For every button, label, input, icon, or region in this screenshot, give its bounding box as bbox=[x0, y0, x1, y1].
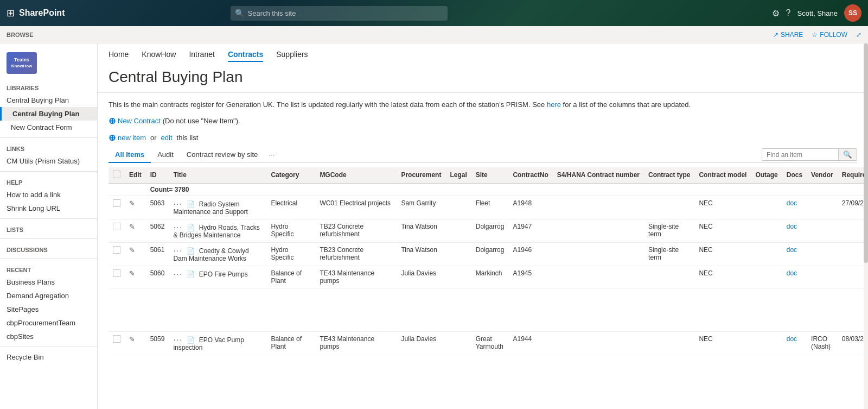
edit-list-link[interactable]: edit bbox=[161, 134, 173, 142]
row-docs[interactable]: doc bbox=[782, 266, 807, 288]
find-item-button[interactable]: 🔍 bbox=[838, 149, 857, 160]
share-button[interactable]: ↗ SHARE bbox=[773, 31, 803, 39]
header-s4hana[interactable]: S4/HANA Contract number bbox=[553, 167, 644, 184]
table-header-row: Edit ID Title Category MGCode Procuremen… bbox=[108, 167, 868, 184]
sidebar-item-cm-utils[interactable]: CM Utils (Prism Status) bbox=[0, 154, 97, 168]
waffle-icon[interactable]: ⊞ bbox=[7, 7, 15, 19]
sidebar-item-central-buying-plan-lib[interactable]: Central Buying Plan bbox=[0, 93, 97, 107]
new-contract-note: (Do not use "New Item"). bbox=[163, 117, 240, 125]
sidebar-item-how-to-add-link[interactable]: How to add a link bbox=[0, 188, 97, 202]
table-row: ✎ 5059 ··· 📄 EPO Vac Pump inspection Bal… bbox=[108, 331, 868, 355]
sidebar-item-central-buying-plan-active[interactable]: Central Buying Plan bbox=[0, 107, 97, 121]
user-avatar[interactable]: SS bbox=[844, 4, 861, 22]
follow-button[interactable]: ☆ FOLLOW bbox=[812, 31, 847, 39]
row-s4hana bbox=[553, 266, 644, 288]
new-contract-link[interactable]: ⊕ New Contract (Do not use "New Item"). bbox=[108, 116, 857, 126]
row-actions[interactable]: ··· bbox=[173, 199, 183, 208]
row-procurement: Julia Davies bbox=[397, 266, 445, 288]
row-docs[interactable]: doc bbox=[782, 196, 807, 219]
row-checkbox[interactable] bbox=[108, 196, 125, 219]
site-nav-suppliers[interactable]: Suppliers bbox=[276, 50, 308, 62]
header-checkbox bbox=[108, 167, 125, 184]
sidebar-item-demand-agregation[interactable]: Demand Agregation bbox=[0, 289, 97, 303]
header-mgcode[interactable]: MGCode bbox=[315, 167, 397, 184]
content-area: Home KnowHow Intranet Contracts Supplier… bbox=[98, 43, 868, 409]
row-actions[interactable]: ··· bbox=[173, 246, 183, 255]
sidebar-item-new-contract-form[interactable]: New Contract Form bbox=[0, 121, 97, 134]
row-actions[interactable]: ··· bbox=[173, 269, 183, 278]
row-contract-model: NEC bbox=[694, 196, 751, 219]
row-docs[interactable]: doc bbox=[782, 242, 807, 266]
row-checkbox[interactable] bbox=[108, 266, 125, 288]
row-category: Hydro Specific bbox=[266, 219, 315, 242]
row-title: ··· 📄 Radio System Maintenance and Suppo… bbox=[169, 196, 266, 219]
new-item-plus-icon[interactable]: ⊕ bbox=[108, 133, 116, 143]
header-id[interactable]: ID bbox=[146, 167, 169, 184]
row-contract-model: NEC bbox=[694, 242, 751, 266]
app-logo[interactable]: ⊞ SharePoint bbox=[7, 7, 65, 19]
new-item-suffix: this list bbox=[177, 134, 199, 142]
sidebar-item-business-plans[interactable]: Business Plans bbox=[0, 275, 97, 289]
sidebar-item-shrink-long-url[interactable]: Shrink Long URL bbox=[0, 202, 97, 215]
site-nav-knowhow[interactable]: KnowHow bbox=[142, 50, 176, 62]
page-title: Central Buying Plan bbox=[108, 68, 857, 86]
row-edit[interactable]: ✎ bbox=[125, 331, 146, 355]
header-procurement[interactable]: Procurement bbox=[397, 167, 445, 184]
sidebar-item-cbpsites[interactable]: cbpSites bbox=[0, 330, 97, 343]
row-id: 5063 bbox=[146, 196, 169, 219]
find-item-input[interactable] bbox=[762, 149, 838, 160]
sidebar-links-label: Links bbox=[0, 141, 97, 154]
row-id: 5061 bbox=[146, 242, 169, 266]
row-checkbox[interactable] bbox=[108, 219, 125, 242]
row-vendor bbox=[807, 219, 838, 242]
sidebar-help-label: Help bbox=[0, 175, 97, 188]
row-icon: 📄 bbox=[187, 247, 195, 255]
new-item-label[interactable]: new item bbox=[118, 134, 146, 142]
select-all-checkbox[interactable] bbox=[113, 171, 120, 178]
scrollbar-thumb[interactable] bbox=[864, 43, 868, 263]
row-icon: 📄 bbox=[187, 200, 195, 208]
row-docs[interactable]: doc bbox=[782, 219, 807, 242]
row-edit[interactable]: ✎ bbox=[125, 219, 146, 242]
row-category: Balance of Plant bbox=[266, 266, 315, 288]
header-site[interactable]: Site bbox=[471, 167, 509, 184]
sidebar-divider-3 bbox=[0, 218, 97, 219]
more-tabs-button[interactable]: ··· bbox=[264, 147, 279, 162]
focus-button[interactable]: ⤢ bbox=[856, 31, 861, 39]
description-link[interactable]: here bbox=[547, 100, 561, 109]
header-vendor[interactable]: Vendor bbox=[807, 167, 838, 184]
row-edit[interactable]: ✎ bbox=[125, 242, 146, 266]
list-toolbar: All Items Audit Contract review by site … bbox=[108, 147, 857, 163]
row-title: ··· 📄 Coedty & Cowlyd Dam Maintenance Wo… bbox=[169, 242, 266, 266]
tab-audit[interactable]: Audit bbox=[151, 147, 180, 163]
header-contract-type[interactable]: Contract type bbox=[644, 167, 694, 184]
header-docs[interactable]: Docs bbox=[782, 167, 807, 184]
header-title[interactable]: Title bbox=[169, 167, 266, 184]
sidebar-item-cbprocurementteam[interactable]: cbpProcurementTeam bbox=[0, 316, 97, 330]
site-nav-intranet[interactable]: Intranet bbox=[189, 50, 214, 62]
sidebar-item-sitepages[interactable]: SitePages bbox=[0, 303, 97, 316]
row-edit[interactable]: ✎ bbox=[125, 196, 146, 219]
header-contract-model[interactable]: Contract model bbox=[694, 167, 751, 184]
header-outage[interactable]: Outage bbox=[751, 167, 782, 184]
tab-contract-review-by-site[interactable]: Contract review by site bbox=[180, 147, 265, 163]
count-row: Count= 3780 bbox=[108, 183, 868, 196]
header-category[interactable]: Category bbox=[266, 167, 315, 184]
row-docs[interactable]: doc bbox=[782, 331, 807, 355]
settings-icon[interactable]: ⚙ bbox=[772, 8, 780, 18]
row-actions[interactable]: ··· bbox=[173, 335, 183, 344]
header-legal[interactable]: Legal bbox=[445, 167, 471, 184]
row-site: Great Yarmouth bbox=[471, 331, 509, 355]
plus-icon: ⊕ bbox=[108, 116, 116, 126]
sidebar-item-recycle-bin[interactable]: Recycle Bin bbox=[0, 350, 97, 364]
row-checkbox[interactable] bbox=[108, 242, 125, 266]
site-nav-home[interactable]: Home bbox=[108, 50, 129, 62]
search-input[interactable] bbox=[231, 6, 448, 21]
row-edit[interactable]: ✎ bbox=[125, 266, 146, 288]
site-nav-contracts[interactable]: Contracts bbox=[228, 50, 263, 62]
tab-all-items[interactable]: All Items bbox=[108, 147, 151, 163]
header-contract-no[interactable]: ContractNo bbox=[508, 167, 552, 184]
row-actions[interactable]: ··· bbox=[173, 223, 183, 231]
row-checkbox[interactable] bbox=[108, 331, 125, 355]
help-icon[interactable]: ? bbox=[786, 8, 791, 18]
